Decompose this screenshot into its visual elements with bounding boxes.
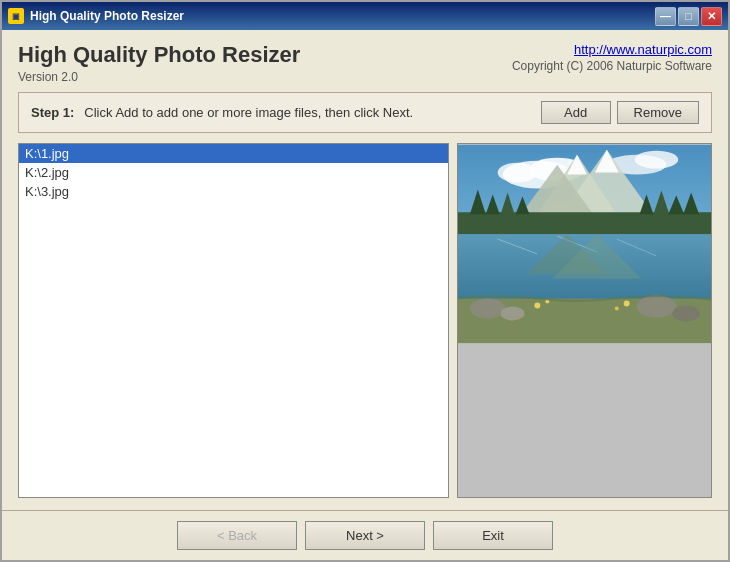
app-title-section: High Quality Photo Resizer Version 2.0 xyxy=(18,42,300,84)
main-area: K:\1.jpg K:\2.jpg K:\3.jpg xyxy=(18,143,712,498)
window-controls: — □ ✕ xyxy=(655,7,722,26)
svg-point-33 xyxy=(624,301,630,307)
title-bar-text: High Quality Photo Resizer xyxy=(30,9,655,23)
svg-point-5 xyxy=(635,151,679,169)
app-title: High Quality Photo Resizer xyxy=(18,42,300,68)
svg-point-29 xyxy=(637,296,677,318)
list-item[interactable]: K:\3.jpg xyxy=(19,182,448,201)
back-button[interactable]: < Back xyxy=(177,521,297,550)
svg-point-30 xyxy=(672,306,700,322)
step-bar: Step 1: Click Add to add one or more ima… xyxy=(18,92,712,133)
step-label: Step 1: xyxy=(31,105,74,120)
preview-image xyxy=(458,144,711,344)
app-version: Version 2.0 xyxy=(18,70,300,84)
step-instruction: Click Add to add one or more image files… xyxy=(84,105,530,120)
next-button[interactable]: Next > xyxy=(305,521,425,550)
app-icon: ▣ xyxy=(8,8,24,24)
svg-rect-11 xyxy=(458,213,711,238)
main-window: ▣ High Quality Photo Resizer — □ ✕ High … xyxy=(0,0,730,562)
exit-button[interactable]: Exit xyxy=(433,521,553,550)
minimize-button[interactable]: — xyxy=(655,7,676,26)
app-header: High Quality Photo Resizer Version 2.0 h… xyxy=(18,42,712,84)
add-button[interactable]: Add xyxy=(541,101,611,124)
svg-point-3 xyxy=(498,163,538,183)
preview-panel xyxy=(457,143,712,498)
close-button[interactable]: ✕ xyxy=(701,7,722,26)
remove-button[interactable]: Remove xyxy=(617,101,699,124)
svg-point-28 xyxy=(501,307,525,321)
svg-point-31 xyxy=(534,303,540,309)
file-list[interactable]: K:\1.jpg K:\2.jpg K:\3.jpg xyxy=(18,143,449,498)
svg-point-34 xyxy=(615,307,619,311)
copyright-text: Copyright (C) 2006 Naturpic Software xyxy=(512,59,712,73)
list-item[interactable]: K:\2.jpg xyxy=(19,163,448,182)
content-area: High Quality Photo Resizer Version 2.0 h… xyxy=(2,30,728,510)
maximize-button[interactable]: □ xyxy=(678,7,699,26)
step-buttons: Add Remove xyxy=(541,101,699,124)
bottom-nav-bar: < Back Next > Exit xyxy=(2,510,728,560)
preview-gray-area xyxy=(458,344,711,497)
svg-point-27 xyxy=(470,299,506,319)
app-right-section: http://www.naturpic.com Copyright (C) 20… xyxy=(512,42,712,73)
title-bar: ▣ High Quality Photo Resizer — □ ✕ xyxy=(2,2,728,30)
list-item[interactable]: K:\1.jpg xyxy=(19,144,448,163)
website-link[interactable]: http://www.naturpic.com xyxy=(574,42,712,57)
